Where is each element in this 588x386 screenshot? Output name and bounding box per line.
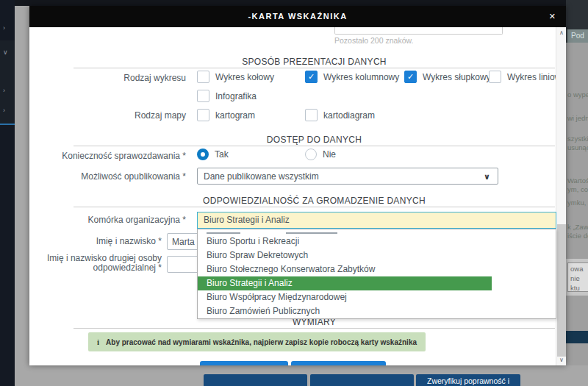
info-banner-text: Aby pracować nad wymiarami wskaźnika, na…: [106, 338, 417, 346]
modal-action-button-2[interactable]: [291, 361, 386, 365]
background-text: szystkie: [567, 135, 588, 143]
chevron-right-icon[interactable]: ›: [3, 87, 5, 94]
dropdown-item-clipped[interactable]: [198, 229, 556, 235]
org-unit-label: Komórka organizacyjna *: [29, 215, 186, 225]
radio-tak[interactable]: Tak: [197, 149, 229, 160]
check-icon: ✓: [404, 71, 417, 83]
publish-select-value: Dane publikowane wszystkim: [204, 171, 319, 182]
scroll-down-icon[interactable]: ∨: [556, 357, 566, 363]
second-person-label: Imię i nazwisko drugiej osoby odpowiedzi…: [29, 254, 162, 273]
checkbox-box: [197, 109, 209, 121]
checkbox-box: [305, 109, 318, 121]
checkbox-box: [197, 71, 209, 83]
background-table: owa nie ktu: [566, 259, 588, 296]
verify-button[interactable]: Zweryfikuj poprawność i: [416, 374, 520, 386]
scrollbar-thumb[interactable]: [557, 224, 566, 357]
background-text: ym, co z: [567, 185, 588, 193]
info-banner: i Aby pracować nad wymiarami wskaźnika, …: [88, 332, 426, 351]
org-unit-combobox[interactable]: Biuro Strategii i Analiz: [197, 212, 556, 229]
verify-button-label: Zweryfikuj poprawność i: [427, 376, 509, 385]
publish-select[interactable]: Dane publikowane wszystkim ∨: [197, 168, 498, 185]
section-heading-text: ODPOWIEDZIALNOŚĆ ZA GROMADZENIE DANYCH: [203, 196, 426, 206]
sidebar-active-indicator: [0, 124, 15, 125]
checkbox-box: [489, 71, 501, 83]
dimmed-page-footer: Zweryfikuj poprawność i: [15, 365, 588, 386]
checkbox-wykres-kolumnowy[interactable]: ✓ Wykres kolumnowy: [305, 71, 399, 83]
dropdown-item[interactable]: Biuro Współpracy Międzynarodowej: [198, 290, 556, 304]
background-tab[interactable]: Pod: [566, 29, 588, 43]
background-text: k „Zawr: [567, 223, 588, 231]
description-textarea[interactable]: [334, 27, 503, 35]
page: › ∨ › › Pod o wypełn wi jedno szystkie u…: [0, 0, 588, 386]
section-heading-text: DOSTĘP DO DANYCH: [267, 135, 362, 145]
reporting-label: Konieczność sprawozdawania *: [29, 151, 186, 161]
modal-title: -KARTA WSKAŹNIKA: [29, 12, 566, 21]
footer-button-1[interactable]: [204, 374, 307, 386]
background-page: Pod o wypełn wi jedno szystkie usunąć ( …: [566, 0, 588, 386]
checkbox-label: Wykres kolumnowy: [323, 72, 399, 82]
dropdown-item[interactable]: Biuro Zamówień Publicznych: [198, 304, 556, 318]
check-icon: ✓: [305, 71, 318, 83]
sidebar: › ∨ › ›: [0, 0, 15, 386]
checkbox-label: Wykres słupkowy: [423, 72, 491, 82]
background-header: [566, 0, 588, 29]
checkbox-wykres-liniowy[interactable]: Wykres liniowy: [489, 71, 565, 83]
chars-remaining-hint: Pozostało 200 znaków.: [334, 36, 413, 45]
chevron-right-icon[interactable]: ›: [3, 25, 5, 32]
checkbox-box: [197, 90, 209, 102]
dropdown-item[interactable]: Biuro Spraw Dekretowych: [198, 249, 556, 262]
modal-scrollbar[interactable]: ∧ ∨: [556, 27, 566, 365]
background-text: ktu: [570, 283, 588, 293]
person-name-label: Imię i nazwisko *: [29, 237, 162, 246]
background-button: [566, 331, 588, 343]
modal-header: -KARTA WSKAŹNIKA ✕: [29, 6, 566, 27]
top-bar: [0, 0, 588, 6]
checkbox-label: kartodiagram: [323, 110, 375, 121]
background-text: nie: [570, 274, 588, 283]
dropdown-item-selected[interactable]: Biuro Strategii i Analiz: [198, 276, 492, 290]
chevron-right-icon[interactable]: ›: [3, 107, 5, 114]
background-text: owa: [570, 264, 588, 274]
checkbox-wykres-kolowy[interactable]: Wykres kołowy: [197, 71, 274, 83]
scroll-up-icon[interactable]: ∧: [556, 29, 566, 36]
dropdown-item[interactable]: Biuro Sportu i Rekreacji: [198, 235, 556, 249]
radio-label: Nie: [323, 149, 336, 160]
checkbox-kartodiagram[interactable]: kartodiagram: [305, 109, 375, 121]
checkbox-label: Wykres kołowy: [215, 72, 274, 82]
background-text: Wartość: [567, 176, 588, 185]
section-heading-text: SPOSÓB PREZENTACJI DANYCH: [242, 57, 387, 67]
background-text: wi jedno: [567, 114, 588, 122]
section-presentation-heading: SPOSÓB PREZENTACJI DANYCH: [74, 57, 555, 68]
chevron-down-icon[interactable]: ∨: [3, 49, 8, 56]
chevron-down-icon: ∨: [484, 168, 490, 185]
background-text: ymku, a: [567, 199, 588, 207]
close-icon[interactable]: ✕: [549, 12, 556, 21]
chart-type-label: Rodzaj wykresu: [29, 73, 186, 83]
radio-label: Tak: [215, 149, 229, 160]
indicator-card-modal: -KARTA WSKAŹNIKA ✕ Pozostało 200 znaków.…: [29, 6, 566, 365]
checkbox-kartogram[interactable]: kartogram: [197, 109, 255, 121]
org-unit-dropdown: Biuro Sportu i Rekreacji Biuro Spraw Dek…: [197, 229, 556, 319]
background-text: o wypełn: [567, 90, 588, 99]
checkbox-infografika[interactable]: Infografika: [197, 90, 257, 102]
background-text: iście doc: [567, 232, 588, 240]
map-type-label: Rodzaj mapy: [29, 110, 186, 121]
footer-button-2[interactable]: [310, 374, 414, 386]
checkbox-label: kartogram: [215, 110, 255, 121]
dropdown-item[interactable]: Biuro Stołecznego Konserwatora Zabytków: [198, 262, 556, 276]
publish-label: Możliwość opublikowania *: [29, 171, 186, 182]
checkbox-wykres-slupkowy[interactable]: ✓ Wykres słupkowy: [404, 71, 491, 83]
org-unit-value: Biuro Strategii i Analiz: [204, 215, 290, 225]
info-icon: i: [97, 337, 99, 346]
section-access-heading: DOSTĘP DO DANYCH: [74, 135, 555, 146]
radio-selected-icon: [197, 149, 209, 160]
modal-body: Pozostało 200 znaków. SPOSÓB PREZENTACJI…: [29, 27, 566, 365]
modal-action-button-1[interactable]: [200, 361, 288, 365]
section-responsibility-heading: ODPOWIEDZIALNOŚĆ ZA GROMADZENIE DANYCH: [74, 196, 555, 207]
checkbox-label: Infografika: [215, 91, 257, 101]
radio-icon: [305, 149, 317, 160]
background-table-cell: owa nie ktu: [567, 262, 588, 292]
background-text: usunąć (: [567, 143, 588, 151]
radio-nie[interactable]: Nie: [305, 149, 336, 160]
